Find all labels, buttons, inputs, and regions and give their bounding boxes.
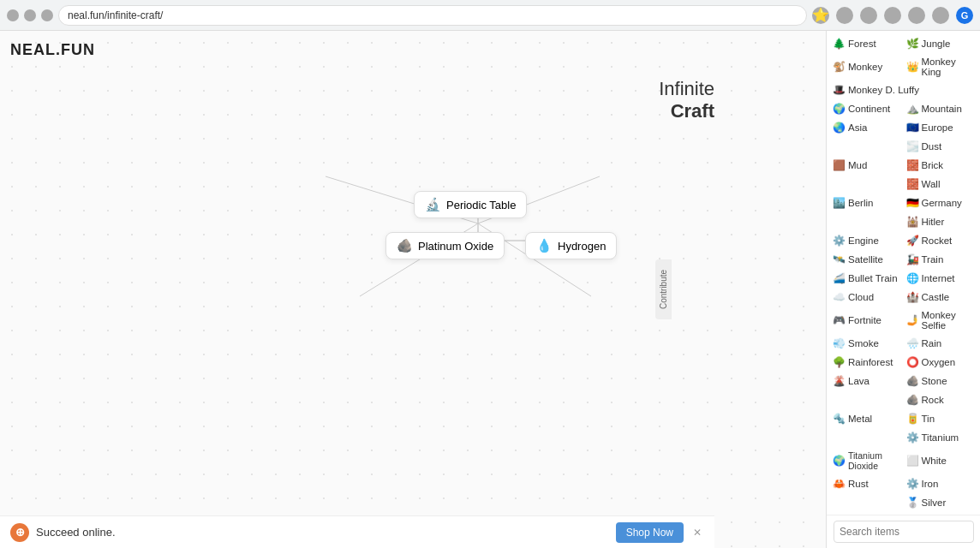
- stone-icon: 🪨: [906, 375, 919, 387]
- sidebar-item-rain[interactable]: 🌧️ Rain: [904, 335, 977, 352]
- sidebar-item-engine[interactable]: ⚙️ Engine: [830, 232, 904, 249]
- sidebar-item-satellite[interactable]: 🛰️ Satellite: [830, 251, 904, 268]
- lava-icon: 🌋: [833, 375, 846, 387]
- sidebar-item-white[interactable]: ⬜ White: [904, 452, 977, 469]
- germany-label: Germany: [922, 198, 962, 208]
- oxygen-icon: ⭕: [906, 356, 919, 368]
- jungle-label: Jungle: [922, 39, 951, 49]
- smoke-icon: 💨: [833, 337, 846, 349]
- canvas-element-periodic-table[interactable]: 🔬 Periodic Table: [414, 191, 527, 218]
- monkey-selfie-label: Monkey Selfie: [922, 310, 975, 331]
- sidebar-item-berlin[interactable]: 🏙️ Berlin: [830, 194, 904, 211]
- ad-bar: ⊕ Succeed online. Shop Now ✕: [0, 515, 714, 548]
- sidebar-item-internet[interactable]: 🌐 Internet: [904, 270, 977, 287]
- shop-now-button[interactable]: Shop Now: [616, 522, 684, 543]
- canvas-element-hydrogen[interactable]: 💧 Hydrogen: [525, 232, 617, 259]
- iron-icon: ⚙️: [906, 478, 919, 490]
- bullet-train-label: Bullet Train: [848, 273, 898, 283]
- sidebar-item-iron[interactable]: ⚙️ Iron: [904, 475, 977, 492]
- browser-icon-ext5: [932, 7, 949, 24]
- berlin-icon: 🏙️: [833, 197, 846, 209]
- rain-label: Rain: [922, 338, 942, 348]
- rainforest-label: Rainforest: [848, 357, 893, 367]
- sidebar-item-silver[interactable]: 🥈 Silver: [904, 494, 977, 511]
- sidebar-item-smoke[interactable]: 💨 Smoke: [830, 335, 904, 352]
- sidebar-item-fortnite[interactable]: 🎮 Fortnite: [830, 312, 904, 329]
- forward-button[interactable]: [24, 9, 36, 21]
- sidebar-item-bullet-train[interactable]: 🚄 Bullet Train: [830, 270, 904, 287]
- titanium-dioxide-icon: 🌍: [833, 455, 846, 467]
- fortnite-icon: 🎮: [833, 314, 846, 326]
- monkey-king-label: Monkey King: [922, 57, 975, 77]
- refresh-button[interactable]: [41, 9, 53, 21]
- address-bar[interactable]: neal.fun/infinite-craft/: [58, 5, 807, 26]
- sidebar-item-mud[interactable]: 🟫 Mud: [830, 157, 904, 174]
- hitler-label: Hitler: [922, 217, 945, 227]
- cloud-icon: ☁️: [833, 291, 846, 303]
- sidebar-item-rocket[interactable]: 🚀 Rocket: [904, 232, 977, 249]
- castle-icon: 🏰: [906, 291, 919, 303]
- jungle-icon: 🌿: [906, 38, 919, 50]
- forest-icon: 🌲: [833, 38, 846, 50]
- satellite-icon: 🛰️: [833, 253, 846, 265]
- sidebar-item-rock[interactable]: 🪨 Rock: [904, 391, 977, 408]
- rainforest-icon: 🌳: [833, 356, 846, 368]
- sidebar-row-satellite-train: 🛰️ Satellite 🚂 Train: [827, 250, 980, 269]
- sidebar-row-wall: 🧱 Wall: [827, 175, 980, 194]
- sidebar-item-dust[interactable]: 🌫️ Dust: [904, 138, 977, 155]
- sidebar-item-continent[interactable]: 🌍 Continent: [830, 100, 904, 117]
- sidebar-row-bullettrain-internet: 🚄 Bullet Train 🌐 Internet: [827, 269, 980, 288]
- train-label: Train: [922, 254, 944, 265]
- sidebar-item-brick[interactable]: 🧱 Brick: [904, 157, 977, 174]
- sidebar-item-monkey-selfie[interactable]: 🤳 Monkey Selfie: [904, 307, 977, 333]
- sidebar-item-tin[interactable]: 🥫 Tin: [904, 410, 977, 427]
- contribute-tab[interactable]: Contribute: [655, 259, 672, 319]
- cloud-label: Cloud: [848, 292, 874, 302]
- iron-label: Iron: [922, 479, 939, 489]
- platinum-oxide-icon: 🪨: [397, 238, 413, 253]
- monkey-icon: 🐒: [833, 61, 846, 73]
- sidebar-row-forest-jungle: 🌲 Forest 🌿 Jungle: [827, 34, 980, 53]
- mountain-icon: ⛰️: [906, 103, 919, 115]
- sidebar-item-titanium-dioxide[interactable]: 🌍 Titanium Dioxide: [830, 448, 904, 474]
- sidebar-item-rust[interactable]: 🦀 Rust: [830, 475, 904, 492]
- back-button[interactable]: [7, 9, 19, 21]
- silver-label: Silver: [922, 497, 947, 508]
- sidebar-item-hitler[interactable]: 🕍 Hitler: [904, 213, 977, 230]
- sidebar-item-stone[interactable]: 🪨 Stone: [904, 372, 977, 390]
- rock-label: Rock: [922, 395, 944, 405]
- internet-label: Internet: [922, 273, 955, 283]
- sidebar-item-titanium[interactable]: ⚙️ Titanium: [904, 429, 977, 446]
- canvas-element-platinum-oxide[interactable]: 🪨 Platinum Oxide: [385, 232, 505, 259]
- sidebar-item-germany[interactable]: 🇩🇪 Germany: [904, 194, 977, 211]
- sidebar-item-rainforest[interactable]: 🌳 Rainforest: [830, 354, 904, 371]
- browser-bar: neal.fun/infinite-craft/ ⭐ G: [0, 0, 980, 31]
- search-input[interactable]: [834, 521, 974, 543]
- sidebar-item-mountain[interactable]: ⛰️ Mountain: [904, 100, 977, 117]
- sidebar-item-cloud[interactable]: ☁️ Cloud: [830, 289, 904, 306]
- metal-icon: 🔩: [833, 413, 846, 425]
- sidebar-item-asia[interactable]: 🌏 Asia: [830, 119, 904, 136]
- sidebar-item-monkey-king[interactable]: 👑 Monkey King: [904, 54, 977, 80]
- sidebar-item-train[interactable]: 🚂 Train: [904, 251, 977, 268]
- sidebar-item-metal[interactable]: 🔩 Metal: [830, 410, 904, 427]
- ad-close-button[interactable]: ✕: [690, 526, 704, 539]
- sidebar-item-wall[interactable]: 🧱 Wall: [904, 176, 977, 193]
- sidebar-item-luffy[interactable]: 🎩 Monkey D. Luffy: [830, 81, 977, 98]
- browser-icon-star: ⭐: [812, 7, 829, 24]
- sidebar-item-jungle[interactable]: 🌿 Jungle: [904, 35, 977, 52]
- fortnite-label: Fortnite: [848, 315, 881, 325]
- silver-icon: 🥈: [906, 497, 919, 509]
- white-label: White: [922, 456, 947, 466]
- sidebar-row-metal-tin: 🔩 Metal 🥫 Tin: [827, 409, 980, 428]
- sidebar-item-lava[interactable]: 🌋 Lava: [830, 372, 904, 390]
- sidebar-item-monkey[interactable]: 🐒 Monkey: [830, 58, 904, 75]
- sidebar-items-list[interactable]: 🌲 Forest 🌿 Jungle 🐒 Monkey 👑 Monkey King: [827, 31, 980, 515]
- sidebar-item-forest[interactable]: 🌲 Forest: [830, 35, 904, 52]
- sidebar-item-europe[interactable]: 🇪🇺 Europe: [904, 119, 977, 136]
- canvas-area[interactable]: NEAL.FUN Infinite Craft 🔬 Periodic Table…: [0, 31, 826, 548]
- wall-label: Wall: [922, 179, 941, 189]
- sidebar-item-oxygen[interactable]: ⭕ Oxygen: [904, 354, 977, 371]
- sidebar-item-castle[interactable]: 🏰 Castle: [904, 289, 977, 306]
- lava-label: Lava: [848, 376, 869, 386]
